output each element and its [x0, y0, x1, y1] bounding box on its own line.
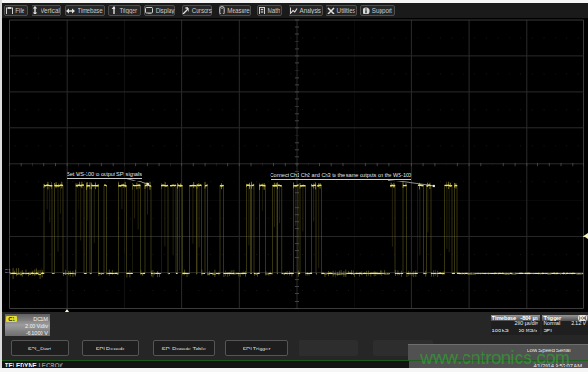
svg-text:C1: C1 — [5, 268, 11, 274]
